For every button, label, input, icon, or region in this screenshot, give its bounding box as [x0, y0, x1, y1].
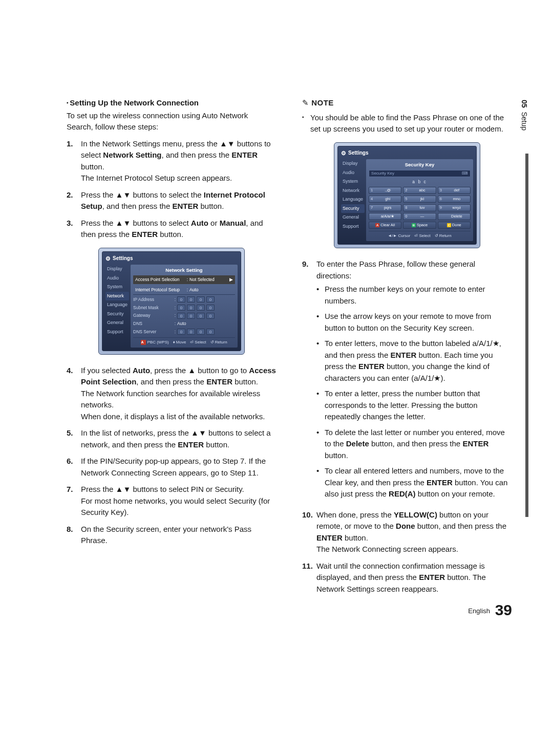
shot-tab: General: [341, 213, 365, 222]
left-column: Setting Up the Network Connection To set…: [67, 97, 276, 600]
keypad-key: Delete: [438, 213, 471, 220]
step-body: Press the ▲▼ buttons to select the Inter…: [81, 189, 276, 212]
shot1-title: Settings: [105, 254, 238, 263]
step-item: 9.To enter the Pass Phrase, follow these…: [302, 258, 512, 504]
step-number: 7.: [67, 484, 81, 519]
step-number: 1.: [67, 138, 81, 184]
shot-tab: Security: [105, 310, 129, 319]
shot-tab: Support: [105, 328, 129, 337]
shot-tab: General: [105, 318, 129, 328]
shot-tab: Network: [341, 186, 365, 196]
keypad-key: 8tuv: [403, 204, 436, 211]
shot-tab: System: [341, 177, 365, 186]
step-number: 11.: [302, 560, 316, 595]
step-number: 10.: [302, 509, 316, 555]
step-body: Press the ▲▼ buttons to select Auto or M…: [81, 218, 276, 241]
step-body: If you selected Auto, press the ▲ button…: [81, 365, 276, 423]
keypad-key: 1.,@: [369, 187, 401, 194]
step-item: 8.On the Security screen, enter your net…: [67, 524, 276, 547]
step-body: If the PIN/Security pop-up appears, go t…: [81, 456, 276, 479]
side-tab: 05 Setup: [520, 100, 528, 131]
abc-row: a b c: [369, 179, 471, 185]
ip-field-row: IP Address:0000: [133, 296, 235, 303]
screenshot-security-key: Settings DisplayAudioSystemNetworkLangua…: [334, 142, 480, 249]
bullet-item: To enter letters, move to the button lab…: [316, 338, 512, 384]
step-item: 5.In the list of networks, press the ▲▼ …: [67, 427, 276, 450]
bullet-item: To delete the last letter or number you …: [316, 427, 512, 462]
clear-all-key: AClear All: [369, 222, 401, 229]
keypad-key: 0—: [403, 213, 436, 220]
step-body: Wait until the connection confirmation m…: [316, 560, 512, 595]
keypad-key: 3def: [438, 187, 471, 194]
chevron-right-icon: ▶: [229, 276, 233, 283]
shot-tab: Network: [105, 292, 129, 301]
note-heading: NOTE: [302, 97, 512, 109]
step-number: 2.: [67, 189, 81, 212]
keypad-key: 2abc: [403, 187, 436, 194]
step-number: 8.: [67, 524, 81, 547]
shot-tab: Language: [341, 195, 365, 204]
side-tab-label: Setup: [520, 112, 528, 131]
step-item: 2.Press the ▲▼ buttons to select the Int…: [67, 189, 276, 212]
bullet-item: To enter a letter, press the number butt…: [316, 388, 512, 423]
step-item: 1.In the Network Settings menu, press th…: [67, 138, 276, 184]
keypad-key: 9wxyz: [438, 204, 471, 211]
step-item: 6.If the PIN/Security pop-up appears, go…: [67, 456, 276, 479]
bullet-item: Press the number keys on your remote to …: [316, 284, 512, 307]
shot-tab: Audio: [341, 168, 365, 178]
step-item: 11.Wait until the connection confirmatio…: [302, 560, 512, 595]
shot-tab: Display: [105, 265, 129, 274]
intro-para: To set up the wireless connection using …: [67, 110, 276, 133]
screenshot-network-setting: Settings DisplayAudioSystemNetworkLangua…: [98, 248, 245, 355]
step-item: 3.Press the ▲▼ buttons to select Auto or…: [67, 218, 276, 241]
footer-page: 39: [495, 601, 512, 618]
keypad-key: a/A/a/★: [369, 213, 401, 220]
ip-field-row: Gateway:0000: [133, 312, 235, 319]
step-body: When done, press the YELLOW(C) button on…: [316, 509, 512, 555]
shot2-title: Settings: [341, 149, 473, 158]
shot-tab: Support: [341, 222, 365, 231]
shot-tab: Display: [341, 159, 365, 168]
note-item: You should be able to find the Pass Phra…: [302, 112, 512, 135]
access-point-row: Access Point Selection : Not Selected ▶: [133, 275, 235, 284]
side-tab-num: 05: [520, 100, 528, 108]
keyboard-icon: ⌨: [462, 170, 468, 177]
keypad-key: 5jkl: [403, 196, 436, 203]
step-item: 7.Press the ▲▼ buttons to select PIN or …: [67, 484, 276, 519]
step-body: In the Network Settings menu, press the …: [81, 138, 276, 184]
shot-tab: Audio: [105, 274, 129, 283]
dns-server-row: DNS Server : 0000: [133, 329, 235, 335]
section-heading: Setting Up the Network Connection: [67, 97, 276, 109]
keypad-key: 4ghi: [369, 196, 401, 203]
keypad-key: 6mno: [438, 196, 471, 203]
shot1-guide: APBC (WPS) ♦ Move ⏎ Select ↺ Return: [133, 337, 235, 345]
security-key-input: Security Key ⌨: [369, 170, 471, 177]
shot2-panel-title: Security Key: [369, 161, 471, 168]
ip-setup-row: Internet Protocol Setup : Auto: [133, 286, 235, 295]
shot-tab: Language: [105, 300, 129, 310]
shot1-panel-title: Network Setting: [133, 267, 235, 274]
shot-tab: Security: [341, 204, 365, 213]
step-body: In the list of networks, press the ▲▼ bu…: [81, 427, 276, 450]
red-a-icon: A: [141, 340, 146, 345]
shot-tab: System: [105, 283, 129, 292]
side-stripe: [525, 154, 528, 517]
step-item: 4.If you selected Auto, press the ▲ butt…: [67, 365, 276, 423]
step-number: 5.: [67, 427, 81, 450]
step-body: On the Security screen, enter your netwo…: [81, 524, 276, 547]
bullet-item: Use the arrow keys on your remote to mov…: [316, 311, 512, 334]
step-number: 9.: [302, 258, 316, 504]
step-body: To enter the Pass Phrase, follow these g…: [316, 258, 512, 504]
footer-lang: English: [468, 607, 490, 615]
bullet-item: To clear all entered letters and numbers…: [316, 465, 512, 500]
step-number: 4.: [67, 365, 81, 423]
dns-row: DNS : Auto: [133, 320, 235, 327]
space-key: BSpace: [403, 222, 436, 229]
bottom-keys: AClear All BSpace CDone: [369, 222, 471, 229]
done-key: CDone: [438, 222, 471, 229]
step-body: Press the ▲▼ buttons to select PIN or Se…: [81, 484, 276, 519]
keypad-key: 7pqrs: [369, 204, 401, 211]
ip-field-row: Subnet Mask:0000: [133, 305, 235, 311]
right-column: NOTE You should be able to find the Pass…: [302, 97, 512, 600]
step-item: 10.When done, press the YELLOW(C) button…: [302, 509, 512, 555]
